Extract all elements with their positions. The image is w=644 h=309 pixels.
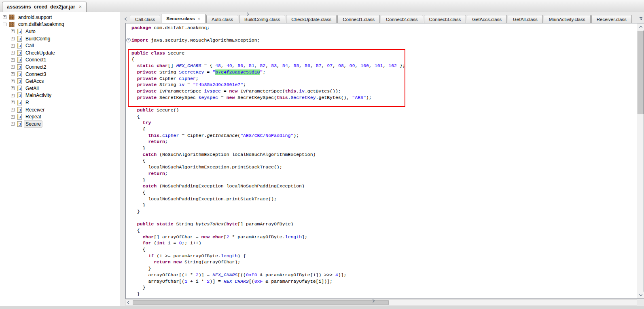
tab-label: Connect3.class [429,17,461,22]
tab-connect3-class[interactable]: Connect3.class [424,15,466,23]
code-editor: + package com.dsifakf.aoakmnq;import jav… [125,23,644,299]
tree-item-repeat[interactable]: +JRepeat [0,113,120,120]
tree-item-auto[interactable]: +JAuto [0,28,120,35]
scroll-down-button[interactable] [637,292,644,298]
close-icon[interactable]: × [79,4,82,10]
tree-item-mainactivity[interactable]: +JMainActivity [0,92,120,99]
tree-item-connect1[interactable]: +JConnect1 [0,57,120,64]
tree-item-getall[interactable]: +JGetAll [0,85,120,92]
tab-checkupdate-class[interactable]: CheckUpdate.class [286,15,337,23]
expand-import-icon[interactable]: + [126,38,131,42]
tab-scroll-left-button[interactable] [123,15,129,23]
code-line: static char[] HEX_CHARS = { 48, 49, 50, … [131,63,637,69]
tab-mainactivity-class[interactable]: MainActivity.class [544,15,591,23]
tab-label: Secure.class [166,16,195,21]
vertical-scrollbar-thumb[interactable] [638,31,644,114]
horizontal-scrollbar-thumb[interactable] [133,300,389,305]
tree-item-label: Connect3 [24,71,48,78]
vertical-scrollbar[interactable] [637,23,644,298]
expand-icon[interactable]: + [11,58,15,62]
close-icon[interactable]: × [198,16,200,21]
tab-getall-class[interactable]: GetAll.class [508,15,543,23]
tree-item-call[interactable]: +JCall [0,42,120,49]
tab-secure-class[interactable]: Secure.class× [161,14,205,23]
jar-tab[interactable]: assassins_creed_dex2jar.jar × [2,2,87,12]
code-line: private String iv = "f4b85a2d9c3601e7"; [131,82,637,88]
tab-label: Auto.class [212,17,233,22]
code-line: this.cipher = Cipher.getInstance("AES/CB… [131,132,637,139]
tree-item-label: GetAccs [24,78,45,85]
tree-item-getaccs[interactable]: +JGetAccs [0,78,120,85]
code-line: import java.security.NoSuchAlgorithmExce… [131,37,637,44]
expand-icon[interactable]: + [11,122,15,126]
chevron-left-icon [124,17,127,20]
tab-auto-class[interactable]: Auto.class [206,15,238,23]
expand-icon[interactable]: + [11,86,15,90]
tab-buildconfig-class[interactable]: BuildConfig.class [239,15,285,23]
code-line: } [131,202,637,208]
java-class-icon: J [17,107,22,113]
code-line: { [131,114,637,120]
expand-icon[interactable]: + [11,65,15,69]
expand-icon[interactable]: + [11,94,15,97]
tree-item-label: R [24,99,31,106]
tab-list-button[interactable] [638,15,644,23]
svg-text:J: J [19,58,21,62]
code-line: private Cipher cipher; [131,76,637,82]
svg-text:J: J [19,100,21,105]
code-line: arrayOfChar[(1 + i * 2)] = HEX_CHARS[(0x… [131,278,637,285]
code-line [131,215,637,221]
chevron-down-icon [639,293,642,296]
expand-icon[interactable]: + [11,51,15,55]
tab-getaccs-class[interactable]: GetAccs.class [467,15,507,23]
tree-item-label: Connect2 [24,63,48,71]
expand-icon[interactable]: + [11,44,15,48]
tree-item-receiver[interactable]: +JReceiver [0,106,120,114]
code-content: package com.dsifakf.aoakmnq;import java.… [131,23,637,298]
expand-icon[interactable]: + [11,80,15,83]
expand-icon[interactable]: + [11,29,15,33]
expand-icon[interactable]: + [11,37,15,40]
scroll-up-button[interactable] [637,23,644,30]
code-line [131,101,637,107]
code-line: } [131,265,637,272]
collapse-icon[interactable]: - [3,23,6,26]
scroll-left-button[interactable] [126,300,132,305]
code-line: public Secure() [131,107,637,114]
svg-text:J: J [19,29,21,34]
tree-item-r[interactable]: +JR [0,99,120,106]
expand-icon[interactable]: + [11,108,15,111]
horizontal-scrollbar[interactable] [125,299,637,306]
package-icon [9,15,15,20]
svg-text:J: J [19,36,21,41]
java-class-icon: J [17,114,22,120]
tab-connect2-class[interactable]: Connect2.class [381,15,423,23]
tree-item-label: Connect1 [24,56,48,63]
expand-icon[interactable]: + [11,101,15,104]
svg-text:J: J [19,72,21,76]
tab-scroll-right-button[interactable] [632,15,638,23]
expand-icon[interactable]: + [3,15,6,19]
tree-item-label: CheckUpdate [24,49,57,57]
code-line: public class Secure [131,50,637,57]
code-line: localNoSuchPaddingException.printStackTr… [131,196,637,202]
tab-connect1-class[interactable]: Connect1.class [337,15,380,23]
java-class-icon: J [17,29,22,34]
tree-item-label: Receiver [24,106,46,114]
tree-item-checkupdate[interactable]: +JCheckUpdate [0,49,120,57]
tree-item-connect2[interactable]: +JConnect2 [0,63,120,71]
java-class-icon: J [17,36,22,42]
tab-receiver-class[interactable]: Receiver.class [591,15,632,23]
scroll-right-button[interactable] [249,300,255,305]
expand-icon[interactable]: + [11,115,15,119]
tree-item-secure[interactable]: +JSecure [0,120,120,128]
tab-call-class[interactable]: Call.class [130,15,160,23]
tree-item-com-dsifakf-aoakmnq[interactable]: -com.dsifakf.aoakmnq [0,21,120,28]
expand-icon[interactable]: + [11,72,15,76]
chevron-left-icon [127,301,131,304]
java-class-icon: J [17,43,22,48]
tree-item-connect3[interactable]: +JConnect3 [0,71,120,78]
code-line: if (i >= paramArrayOfByte.length) { [131,253,637,259]
tree-item-android-support[interactable]: +android.support [0,14,120,21]
tree-item-buildconfig[interactable]: +JBuildConfig [0,35,120,42]
